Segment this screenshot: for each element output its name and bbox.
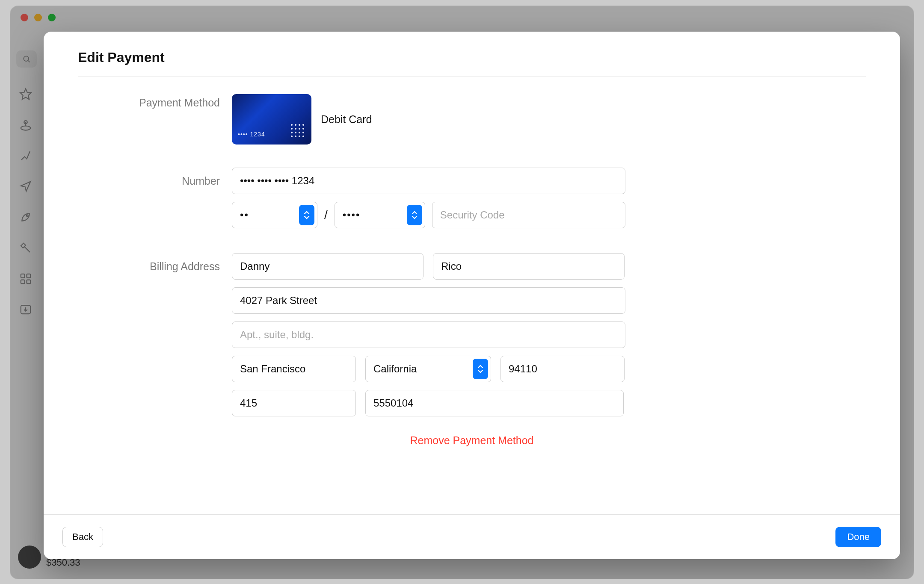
svg-point-14	[299, 124, 300, 126]
area-code-field[interactable]	[232, 390, 356, 416]
svg-point-17	[295, 128, 296, 130]
svg-point-13	[295, 124, 296, 126]
svg-point-18	[299, 128, 300, 130]
label-billing-address: Billing Address	[78, 260, 232, 273]
state-value: California	[373, 363, 417, 375]
svg-point-16	[291, 128, 293, 130]
street2-field[interactable]	[232, 321, 625, 348]
exp-year-value: ••••	[343, 209, 361, 221]
state-select[interactable]: California	[365, 356, 491, 382]
card-art: •••• 1234	[232, 94, 311, 145]
label-card-number: Number	[78, 175, 232, 187]
phone-field[interactable]	[365, 390, 624, 416]
svg-point-12	[291, 124, 293, 126]
app-window: Danny Rico $350.33 Edit Payment Payment …	[10, 6, 914, 579]
exp-year-select[interactable]: ••••	[335, 202, 425, 228]
svg-point-19	[302, 128, 304, 130]
card-art-masked-digits: •••• 1234	[238, 131, 265, 138]
stepper-icon	[407, 205, 422, 225]
svg-point-27	[302, 136, 304, 137]
expiry-separator: /	[324, 208, 328, 222]
label-payment-method: Payment Method	[78, 94, 232, 109]
street1-field[interactable]	[232, 287, 625, 314]
sheet-footer: Back Done	[44, 514, 900, 559]
sheet-title: Edit Payment	[78, 50, 866, 77]
first-name-field[interactable]	[232, 253, 424, 280]
svg-point-23	[302, 132, 304, 133]
svg-point-24	[291, 136, 293, 137]
svg-point-21	[295, 132, 296, 133]
done-button[interactable]: Done	[835, 527, 881, 547]
svg-point-22	[299, 132, 300, 133]
exp-month-select[interactable]: ••	[232, 202, 317, 228]
last-name-field[interactable]	[433, 253, 625, 280]
card-number-field[interactable]	[232, 168, 625, 194]
exp-month-value: ••	[240, 209, 249, 221]
postal-code-field[interactable]	[500, 356, 625, 382]
stepper-icon	[473, 359, 488, 379]
back-button[interactable]: Back	[62, 527, 103, 547]
edit-payment-sheet: Edit Payment Payment Method •••• 1234	[44, 32, 900, 559]
security-code-field[interactable]	[432, 202, 625, 228]
svg-point-20	[291, 132, 293, 133]
remove-payment-method-link[interactable]: Remove Payment Method	[78, 434, 866, 447]
city-field[interactable]	[232, 356, 356, 382]
svg-point-26	[299, 136, 300, 137]
stepper-icon	[299, 205, 314, 225]
svg-point-25	[295, 136, 296, 137]
svg-point-15	[302, 124, 304, 126]
card-type-label: Debit Card	[321, 113, 372, 126]
card-brand-icon	[290, 123, 305, 139]
